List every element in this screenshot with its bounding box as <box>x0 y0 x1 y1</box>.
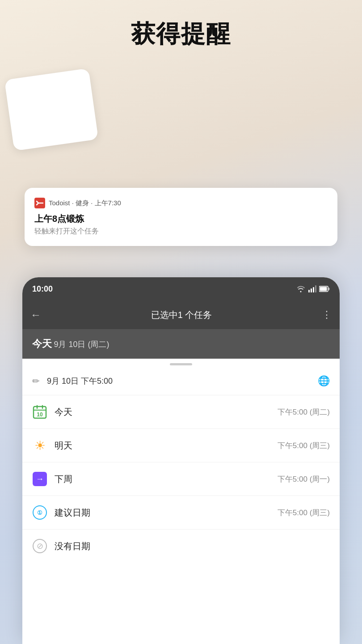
item-time-tomorrow: 下午5:00 (周三) <box>278 441 330 451</box>
scroll-indicator <box>22 359 340 367</box>
sun-icon: ☀ <box>32 438 47 453</box>
more-button[interactable]: ⋮ <box>322 309 332 321</box>
svg-rect-7 <box>328 288 330 290</box>
list-item[interactable]: ⊘ 没有日期 <box>22 530 340 563</box>
status-time: 10:00 <box>32 284 53 294</box>
svg-rect-5 <box>315 285 316 292</box>
signal-icon <box>308 285 316 292</box>
suggest-icon: ① <box>32 505 47 520</box>
notification-title: 上午8点锻炼 <box>34 213 326 225</box>
notification-app-info: Todoist · 健身 · 上午7:30 <box>49 199 121 208</box>
item-time-next-week: 下午5:00 (周一) <box>278 474 330 484</box>
date-row[interactable]: ✏ 9月 10日 下午5:00 🌐 <box>22 367 340 395</box>
phone-frame: 10:00 ← 已选中1 个任务 <box>22 277 340 644</box>
item-label-tomorrow: 明天 <box>55 440 270 452</box>
globe-icon: 🌐 <box>318 375 330 387</box>
page-title: 获得提醒 <box>0 18 362 51</box>
notification-header: Todoist · 健身 · 上午7:30 <box>34 198 326 208</box>
battery-icon <box>319 286 330 292</box>
notification-subtitle: 轻触来打开这个任务 <box>34 227 326 236</box>
back-button[interactable]: ← <box>30 309 41 321</box>
item-time-today: 下午5:00 (周二) <box>278 407 330 417</box>
scroll-bar <box>170 363 192 365</box>
date-header-today: 今天 <box>32 338 52 349</box>
list-item[interactable]: ① 建议日期 下午5:00 (周三) <box>22 496 340 530</box>
item-label-next-week: 下周 <box>55 473 270 485</box>
svg-rect-4 <box>313 287 314 292</box>
list-section: 10 今天 下午5:00 (周二) ☀ 明天 下午5:00 (周三) → 下周 … <box>22 395 340 563</box>
date-header: 今天 9月 10日 (周二) <box>22 329 340 359</box>
list-item[interactable]: 10 今天 下午5:00 (周二) <box>22 395 340 429</box>
item-label-suggest: 建议日期 <box>55 507 270 519</box>
top-bar-title: 已选中1 个任务 <box>48 309 315 321</box>
list-item[interactable]: → 下周 下午5:00 (周一) <box>22 462 340 496</box>
item-time-suggest: 下午5:00 (周三) <box>278 508 330 518</box>
item-label-today: 今天 <box>55 406 270 418</box>
date-row-text: 9月 10日 下午5:00 <box>47 376 311 386</box>
item-label-no-date: 没有日期 <box>55 540 323 552</box>
decorative-card <box>4 68 98 151</box>
top-bar: ← 已选中1 个任务 ⋮ <box>22 301 340 329</box>
svg-text:10: 10 <box>37 411 43 418</box>
svg-rect-2 <box>308 290 310 292</box>
svg-rect-3 <box>311 288 312 292</box>
notification-card: Todoist · 健身 · 上午7:30 上午8点锻炼 轻触来打开这个任务 <box>25 188 337 246</box>
pencil-icon: ✏ <box>32 376 40 386</box>
no-date-icon: ⊘ <box>32 538 47 554</box>
next-week-icon: → <box>32 471 47 487</box>
status-icons <box>296 285 330 292</box>
status-bar: 10:00 <box>22 277 340 301</box>
calendar-icon: 10 <box>32 404 47 419</box>
svg-rect-8 <box>320 287 327 291</box>
todoist-logo-icon <box>34 198 45 208</box>
date-header-date: 9月 10日 (周二) <box>54 340 109 349</box>
list-item[interactable]: ☀ 明天 下午5:00 (周三) <box>22 429 340 462</box>
wifi-icon <box>296 285 306 292</box>
